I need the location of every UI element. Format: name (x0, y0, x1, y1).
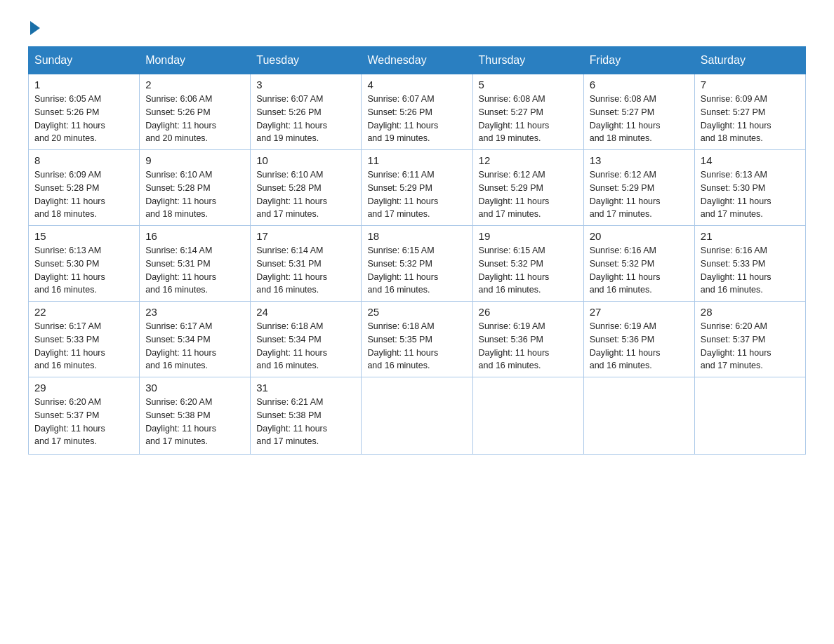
table-row: 27Sunrise: 6:19 AM Sunset: 5:36 PM Dayli… (583, 302, 694, 377)
table-row: 15Sunrise: 6:13 AM Sunset: 5:30 PM Dayli… (29, 226, 140, 302)
day-number: 13 (590, 154, 689, 166)
day-info: Sunrise: 6:13 AM Sunset: 5:30 PM Dayligh… (701, 168, 800, 221)
table-row: 30Sunrise: 6:20 AM Sunset: 5:38 PM Dayli… (140, 377, 251, 455)
table-row (694, 377, 805, 455)
table-row (362, 377, 472, 455)
day-number: 3 (256, 79, 355, 90)
day-info: Sunrise: 6:14 AM Sunset: 5:31 PM Dayligh… (256, 244, 355, 297)
day-number: 8 (34, 154, 133, 166)
table-row: 6Sunrise: 6:08 AM Sunset: 5:27 PM Daylig… (583, 74, 694, 150)
day-info: Sunrise: 6:10 AM Sunset: 5:28 PM Dayligh… (145, 168, 244, 221)
day-info: Sunrise: 6:18 AM Sunset: 5:34 PM Dayligh… (256, 320, 355, 373)
day-number: 15 (34, 230, 133, 242)
table-row: 9Sunrise: 6:10 AM Sunset: 5:28 PM Daylig… (140, 150, 251, 226)
calendar-table: Sunday Monday Tuesday Wednesday Thursday… (28, 46, 806, 455)
logo-arrow-icon (30, 21, 40, 35)
calendar-week-row: 1Sunrise: 6:05 AM Sunset: 5:26 PM Daylig… (29, 74, 806, 150)
calendar-week-row: 29Sunrise: 6:20 AM Sunset: 5:37 PM Dayli… (29, 377, 806, 455)
day-number: 14 (701, 154, 800, 166)
day-info: Sunrise: 6:15 AM Sunset: 5:32 PM Dayligh… (367, 244, 466, 297)
table-row: 21Sunrise: 6:16 AM Sunset: 5:33 PM Dayli… (694, 226, 805, 302)
day-info: Sunrise: 6:19 AM Sunset: 5:36 PM Dayligh… (590, 320, 689, 373)
col-header-saturday: Saturday (694, 47, 805, 74)
table-row (472, 377, 583, 455)
table-row: 4Sunrise: 6:07 AM Sunset: 5:26 PM Daylig… (362, 74, 472, 150)
day-info: Sunrise: 6:20 AM Sunset: 5:37 PM Dayligh… (34, 396, 133, 448)
day-number: 5 (479, 79, 578, 90)
calendar-header-row: Sunday Monday Tuesday Wednesday Thursday… (29, 47, 806, 74)
table-row: 2Sunrise: 6:06 AM Sunset: 5:26 PM Daylig… (140, 74, 251, 150)
day-number: 26 (479, 306, 578, 318)
day-info: Sunrise: 6:05 AM Sunset: 5:26 PM Dayligh… (34, 93, 133, 145)
table-row: 13Sunrise: 6:12 AM Sunset: 5:29 PM Dayli… (583, 150, 694, 226)
page-header (28, 21, 806, 32)
table-row: 25Sunrise: 6:18 AM Sunset: 5:35 PM Dayli… (362, 302, 472, 377)
day-number: 16 (145, 230, 244, 242)
col-header-wednesday: Wednesday (362, 47, 472, 74)
day-info: Sunrise: 6:07 AM Sunset: 5:26 PM Dayligh… (367, 93, 466, 145)
table-row: 14Sunrise: 6:13 AM Sunset: 5:30 PM Dayli… (694, 150, 805, 226)
day-info: Sunrise: 6:06 AM Sunset: 5:26 PM Dayligh… (145, 93, 244, 145)
col-header-friday: Friday (583, 47, 694, 74)
day-info: Sunrise: 6:21 AM Sunset: 5:38 PM Dayligh… (256, 396, 355, 448)
day-number: 21 (701, 230, 800, 242)
day-info: Sunrise: 6:13 AM Sunset: 5:30 PM Dayligh… (34, 244, 133, 297)
day-number: 23 (145, 306, 244, 318)
table-row: 7Sunrise: 6:09 AM Sunset: 5:27 PM Daylig… (694, 74, 805, 150)
day-number: 19 (479, 230, 578, 242)
day-number: 18 (367, 230, 466, 242)
table-row: 23Sunrise: 6:17 AM Sunset: 5:34 PM Dayli… (140, 302, 251, 377)
day-info: Sunrise: 6:07 AM Sunset: 5:26 PM Dayligh… (256, 93, 355, 145)
day-info: Sunrise: 6:14 AM Sunset: 5:31 PM Dayligh… (145, 244, 244, 297)
day-info: Sunrise: 6:12 AM Sunset: 5:29 PM Dayligh… (590, 168, 689, 221)
logo (28, 21, 41, 32)
table-row: 22Sunrise: 6:17 AM Sunset: 5:33 PM Dayli… (29, 302, 140, 377)
day-number: 25 (367, 306, 466, 318)
table-row: 17Sunrise: 6:14 AM Sunset: 5:31 PM Dayli… (251, 226, 362, 302)
table-row: 29Sunrise: 6:20 AM Sunset: 5:37 PM Dayli… (29, 377, 140, 455)
table-row: 19Sunrise: 6:15 AM Sunset: 5:32 PM Dayli… (472, 226, 583, 302)
day-info: Sunrise: 6:08 AM Sunset: 5:27 PM Dayligh… (479, 93, 578, 145)
day-info: Sunrise: 6:15 AM Sunset: 5:32 PM Dayligh… (479, 244, 578, 297)
day-info: Sunrise: 6:17 AM Sunset: 5:33 PM Dayligh… (34, 320, 133, 373)
day-info: Sunrise: 6:08 AM Sunset: 5:27 PM Dayligh… (590, 93, 689, 145)
day-number: 12 (479, 154, 578, 166)
day-info: Sunrise: 6:19 AM Sunset: 5:36 PM Dayligh… (479, 320, 578, 373)
table-row: 20Sunrise: 6:16 AM Sunset: 5:32 PM Dayli… (583, 226, 694, 302)
day-number: 9 (145, 154, 244, 166)
table-row: 3Sunrise: 6:07 AM Sunset: 5:26 PM Daylig… (251, 74, 362, 150)
day-info: Sunrise: 6:16 AM Sunset: 5:33 PM Dayligh… (701, 244, 800, 297)
day-info: Sunrise: 6:11 AM Sunset: 5:29 PM Dayligh… (367, 168, 466, 221)
day-info: Sunrise: 6:17 AM Sunset: 5:34 PM Dayligh… (145, 320, 244, 373)
col-header-thursday: Thursday (472, 47, 583, 74)
table-row (583, 377, 694, 455)
day-number: 4 (367, 79, 466, 90)
table-row: 12Sunrise: 6:12 AM Sunset: 5:29 PM Dayli… (472, 150, 583, 226)
table-row: 10Sunrise: 6:10 AM Sunset: 5:28 PM Dayli… (251, 150, 362, 226)
calendar-week-row: 8Sunrise: 6:09 AM Sunset: 5:28 PM Daylig… (29, 150, 806, 226)
day-info: Sunrise: 6:18 AM Sunset: 5:35 PM Dayligh… (367, 320, 466, 373)
day-number: 24 (256, 306, 355, 318)
table-row: 16Sunrise: 6:14 AM Sunset: 5:31 PM Dayli… (140, 226, 251, 302)
day-number: 28 (701, 306, 800, 318)
table-row: 1Sunrise: 6:05 AM Sunset: 5:26 PM Daylig… (29, 74, 140, 150)
day-number: 17 (256, 230, 355, 242)
day-number: 10 (256, 154, 355, 166)
day-number: 30 (145, 382, 244, 394)
table-row: 28Sunrise: 6:20 AM Sunset: 5:37 PM Dayli… (694, 302, 805, 377)
day-info: Sunrise: 6:20 AM Sunset: 5:38 PM Dayligh… (145, 396, 244, 448)
day-number: 6 (590, 79, 689, 90)
day-number: 7 (701, 79, 800, 90)
col-header-monday: Monday (140, 47, 251, 74)
day-number: 27 (590, 306, 689, 318)
table-row: 24Sunrise: 6:18 AM Sunset: 5:34 PM Dayli… (251, 302, 362, 377)
calendar-week-row: 22Sunrise: 6:17 AM Sunset: 5:33 PM Dayli… (29, 302, 806, 377)
day-number: 1 (34, 79, 133, 90)
day-number: 20 (590, 230, 689, 242)
table-row: 8Sunrise: 6:09 AM Sunset: 5:28 PM Daylig… (29, 150, 140, 226)
table-row: 31Sunrise: 6:21 AM Sunset: 5:38 PM Dayli… (251, 377, 362, 455)
day-number: 2 (145, 79, 244, 90)
calendar-week-row: 15Sunrise: 6:13 AM Sunset: 5:30 PM Dayli… (29, 226, 806, 302)
table-row: 5Sunrise: 6:08 AM Sunset: 5:27 PM Daylig… (472, 74, 583, 150)
table-row: 11Sunrise: 6:11 AM Sunset: 5:29 PM Dayli… (362, 150, 472, 226)
